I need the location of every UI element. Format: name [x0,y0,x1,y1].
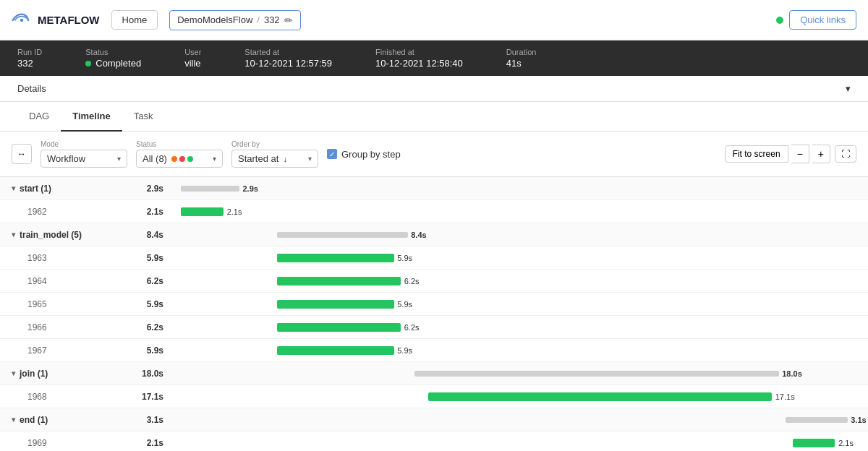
details-label: Details [17,83,46,94]
bar-label: 2.9s [243,184,258,193]
breadcrumb-flow: DemoModelsFlow [177,14,252,25]
status-arrow-icon: ▾ [213,155,216,163]
run-id-field: Run ID 332 [17,48,42,69]
timeline-task-row[interactable]: 19622.1s2.1s [0,200,868,223]
group-by-step-checkbox[interactable]: ✓ Group by step [327,149,401,160]
svg-point-0 [20,18,24,22]
row-duration: 2.1s [147,207,169,217]
fullscreen-button[interactable]: ⛶ [835,145,856,163]
row-chart: 17.1s [181,385,868,408]
row-duration: 8.4s [147,230,169,240]
tab-timeline[interactable]: Timeline [61,102,122,132]
logo: METAFLOW [12,13,100,27]
status-value: Completed [85,58,141,69]
chevron-down-icon[interactable]: ▾ [12,184,15,192]
row-chart: 18.0s [181,362,868,385]
row-chart: 2.1s [181,200,868,223]
gray-bar [181,186,239,192]
mode-select[interactable]: Workflow ▾ [41,150,127,168]
mode-value: Workflow [47,153,85,164]
user-field: User ville [184,48,201,69]
status-field: Status Completed [85,48,141,69]
top-bar-left: METAFLOW Home DemoModelsFlow / 332 ✏ [12,10,301,30]
top-bar: METAFLOW Home DemoModelsFlow / 332 ✏ Qui… [0,0,868,40]
collapse-button[interactable]: ↔ [12,144,32,164]
order-value: Started at [238,153,278,164]
row-chart: 8.4s [181,223,868,246]
task-id: 1965 [27,299,47,309]
timeline-task-row[interactable]: 19692.1s2.1s [0,431,868,451]
edit-icon[interactable]: ✏ [284,14,293,26]
status-dots [171,156,193,162]
mode-label: Mode [41,140,127,148]
row-chart: 2.9s [181,177,868,200]
chevron-down-icon[interactable]: ▾ [12,416,15,424]
row-duration: 2.1s [147,438,169,448]
task-id: 1968 [27,392,47,402]
gray-bar [414,371,779,377]
row-duration: 3.1s [147,415,169,425]
timeline-group-row[interactable]: ▾end (1)3.1s3.1s [0,408,868,431]
breadcrumb-separator: / [257,14,260,25]
row-chart: 3.1s [181,408,868,431]
home-button[interactable]: Home [111,10,158,30]
row-duration: 2.9s [147,184,169,194]
finished-field: Finished at 10-12-2021 12:58:40 [375,48,463,69]
order-control: Order by Started at ↓ ▾ [231,140,318,168]
bar-label: 5.9s [397,300,412,309]
fit-to-screen-button[interactable]: Fit to screen [725,145,788,163]
green-bar [277,254,394,262]
timeline-task-row[interactable]: 19655.9s5.9s [0,293,868,316]
details-bar[interactable]: Details ▾ [0,76,868,102]
timeline-group-row[interactable]: ▾train_model (5)8.4s8.4s [0,223,868,246]
row-duration: 17.1s [142,392,169,402]
timeline-task-row[interactable]: 19675.9s5.9s [0,339,868,362]
status-filter-label: Status [136,140,223,148]
tab-dag[interactable]: DAG [17,102,61,132]
started-label: Started at [244,48,332,56]
meta-bar: Run ID 332 Status Completed User ville S… [0,40,868,76]
row-duration: 6.2s [147,322,169,332]
status-select[interactable]: All (8) ▾ [136,150,223,168]
timeline-task-row[interactable]: 196817.1s17.1s [0,385,868,408]
timeline-task-row[interactable]: 19646.2s6.2s [0,270,868,293]
started-value: 10-12-2021 12:57:59 [244,58,332,69]
bar-label: 3.1s [851,416,866,424]
group-by-step-label: Group by step [341,149,401,160]
green-bar [277,323,401,332]
user-label: User [184,48,201,56]
timeline-group-row[interactable]: ▾join (1)18.0s18.0s [0,362,868,385]
run-id-label: Run ID [17,48,42,56]
row-duration: 5.9s [147,345,169,356]
bar-label: 6.2s [404,323,420,332]
quick-links-button[interactable]: Quick links [789,10,856,30]
red-dot-icon [179,156,185,162]
timeline-group-row[interactable]: ▾start (1)2.9s2.9s [0,177,868,200]
timeline-container: ▾start (1)2.9s2.9s19622.1s2.1s▾train_mod… [0,177,868,451]
zoom-controls: Fit to screen − + ⛶ [725,145,856,163]
chevron-down-icon[interactable]: ▾ [12,369,15,377]
order-arrow-icon: ▾ [308,155,312,163]
order-select[interactable]: Started at ↓ ▾ [231,150,318,168]
status-green-dot [85,61,91,66]
group-name: start (1) [20,184,51,194]
chevron-down-icon[interactable]: ▾ [12,231,15,239]
user-value: ville [184,58,201,69]
task-id: 1962 [27,207,47,217]
group-name: train_model (5) [20,230,82,240]
group-name: end (1) [20,415,48,425]
bar-label: 2.1s [838,439,854,447]
zoom-out-button[interactable]: − [791,145,809,163]
timeline-task-row[interactable]: 19635.9s5.9s [0,246,868,270]
row-duration: 18.0s [142,369,169,379]
orange-dot-icon [171,156,177,162]
bar-label: 2.1s [227,207,242,216]
timeline-task-row[interactable]: 19666.2s6.2s [0,316,868,339]
zoom-in-button[interactable]: + [812,145,830,163]
bar-label: 18.0s [782,369,802,378]
green-bar [277,346,394,355]
status-filter-value: All (8) [142,153,167,164]
bar-label: 5.9s [397,346,412,355]
green-bar [428,392,772,401]
tab-task[interactable]: Task [122,102,165,132]
